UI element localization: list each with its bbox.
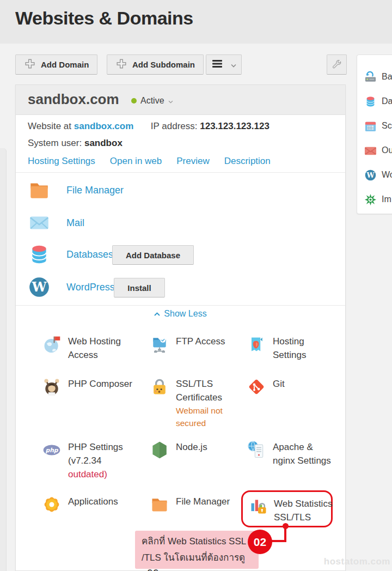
left-edge-panel <box>0 148 7 571</box>
wrench-icon <box>331 58 342 71</box>
tools-wrench-button[interactable] <box>327 54 347 75</box>
composer-icon <box>42 377 62 397</box>
ftp-folder-icon <box>150 335 169 354</box>
wordpress-icon: W <box>28 276 51 299</box>
show-less-toggle[interactable]: Show Less <box>16 309 345 319</box>
grid-item-hosting-settings[interactable]: Hosting Settings <box>247 335 333 362</box>
domain-status-dropdown[interactable]: Active <box>131 96 173 106</box>
quick-item-label: Databases <box>66 249 113 260</box>
mail-icon <box>28 211 51 234</box>
plus-icon <box>24 58 36 71</box>
watermark: hostatom.com <box>324 556 390 567</box>
backup-drive-icon <box>364 71 377 83</box>
side-item-label: Ba <box>382 72 392 82</box>
annotation-callout: คลิกที่ Web Statistics SSL /TLS ในโดเมนท… <box>135 531 259 569</box>
grid-item-git[interactable]: Git <box>247 377 333 397</box>
grid-item-web-hosting-access[interactable]: Web Hosting Access <box>42 335 133 362</box>
system-user-value: sandbox <box>84 138 122 148</box>
chevron-down-icon <box>231 60 236 69</box>
quick-item-databases[interactable]: Databases <box>28 243 113 266</box>
grid-item-label: PHP Settings (v7.2.34 outdated) <box>68 440 134 481</box>
hamburger-icon <box>212 59 223 70</box>
website-at-line: Website at sandbox.com IP address: 123.1… <box>28 121 270 132</box>
side-item-wordpress[interactable]: W Wo <box>364 168 392 181</box>
grid-item-php-settings[interactable]: php PHP Settings (v7.2.34 outdated) <box>42 440 134 481</box>
quick-item-wordpress[interactable]: W WordPress <box>28 276 115 299</box>
annotation-text-line1: คลิกที่ Web Statistics SSL <box>142 536 246 546</box>
website-link[interactable]: sandbox.com <box>74 121 134 131</box>
page-header: Websites & Domains <box>0 0 392 44</box>
system-user-line: System user: sandbox <box>28 138 122 149</box>
websites-domains-page: Websites & Domains Add Domain Add Subdom… <box>0 0 392 571</box>
gear-icon <box>42 495 62 514</box>
webstats-lock-icon <box>249 497 268 517</box>
grid-item-label: FTP Access <box>176 335 247 348</box>
git-icon <box>247 377 266 397</box>
preview-link[interactable]: Preview <box>176 156 209 167</box>
side-item-scheduled-tasks[interactable]: Sc <box>364 119 392 132</box>
grid-item-label: PHP Composer <box>68 377 139 391</box>
annotation-connector-dot <box>283 523 289 529</box>
ssl-padlock-icon <box>150 377 169 397</box>
quick-item-mail[interactable]: Mail <box>28 211 84 234</box>
grid-item-applications[interactable]: Applications <box>42 495 139 514</box>
grid-item-label: Node.js <box>176 440 247 454</box>
add-subdomain-label: Add Subdomain <box>132 60 195 69</box>
side-item-backup[interactable]: Ba <box>364 70 392 83</box>
grid-item-label: Applications <box>68 495 139 508</box>
side-item-databases[interactable]: Da <box>364 95 392 108</box>
grid-item-file-manager[interactable]: File Manager <box>150 495 247 514</box>
status-dot-icon <box>131 98 137 104</box>
grid-item-apache-nginx-settings[interactable]: Apache & nginx Settings <box>247 440 335 467</box>
svg-text:W: W <box>366 171 375 179</box>
chevron-up-icon <box>154 309 160 319</box>
system-user-label: System user: <box>28 138 82 148</box>
open-in-web-link[interactable]: Open in web <box>110 156 162 167</box>
annotation-connector-line <box>271 540 286 542</box>
chevron-down-icon <box>168 96 173 106</box>
show-less-label: Show Less <box>164 309 206 319</box>
grid-item-php-composer[interactable]: PHP Composer <box>42 377 139 397</box>
side-item-label: Ou <box>382 145 392 155</box>
scroll-shield-icon <box>247 335 266 354</box>
ssl-warning-note: Webmail not secured <box>176 404 233 429</box>
grid-item-label: Git <box>273 377 333 391</box>
side-item-imunify[interactable]: Im <box>364 193 391 206</box>
side-item-outgoing-mail[interactable]: Ou <box>364 144 392 157</box>
quick-item-label: File Manager <box>66 185 124 196</box>
website-at-label: Website at <box>28 121 71 131</box>
grid-item-label: File Manager <box>176 495 247 508</box>
wordpress-icon: W <box>364 169 377 181</box>
quick-item-label: Mail <box>66 217 84 229</box>
add-domain-button[interactable]: Add Domain <box>15 54 97 75</box>
folder-icon <box>28 179 51 202</box>
quick-item-file-manager[interactable]: File Manager <box>28 179 124 202</box>
ip-value: 123.123.123.123 <box>200 121 270 131</box>
svg-text:php: php <box>45 447 58 454</box>
side-tools-panel: Ba Da Sc Ou W Wo Im <box>357 54 392 214</box>
add-database-button[interactable]: Add Database <box>112 245 194 265</box>
side-item-label: Im <box>382 195 391 204</box>
grid-item-ftp-access[interactable]: FTP Access <box>150 335 247 354</box>
folder-icon <box>150 495 169 514</box>
side-item-label: Sc <box>382 121 392 131</box>
page-title: Websites & Domains <box>15 8 193 29</box>
more-actions-menu-button[interactable] <box>206 54 242 75</box>
grid-item-nodejs[interactable]: Node.js <box>150 440 247 460</box>
grid-item-ssl-tls-certificates[interactable]: SSL/TLS Certificates Webmail not secured <box>150 377 247 430</box>
install-wordpress-button[interactable]: Install <box>114 278 165 297</box>
calendar-icon <box>364 120 377 132</box>
divider <box>16 305 345 306</box>
grid-item-label: SSL/TLS Certificates Webmail not secured <box>176 377 247 430</box>
annotation-step-badge: 02 <box>248 530 272 554</box>
domain-card-header: sandbox.com Active <box>16 85 345 115</box>
nodejs-icon <box>150 440 169 460</box>
grid-item-web-statistics-ssl-tls[interactable]: Web Statistics SSL/TLS <box>249 497 334 524</box>
grid-item-label: Hosting Settings <box>273 335 333 362</box>
database-icon <box>364 95 377 108</box>
php-icon: php <box>42 440 62 460</box>
add-subdomain-button[interactable]: Add Subdomain <box>107 54 204 75</box>
description-link[interactable]: Description <box>224 156 271 167</box>
side-item-label: Wo <box>382 170 392 180</box>
hosting-settings-link[interactable]: Hosting Settings <box>28 156 95 167</box>
